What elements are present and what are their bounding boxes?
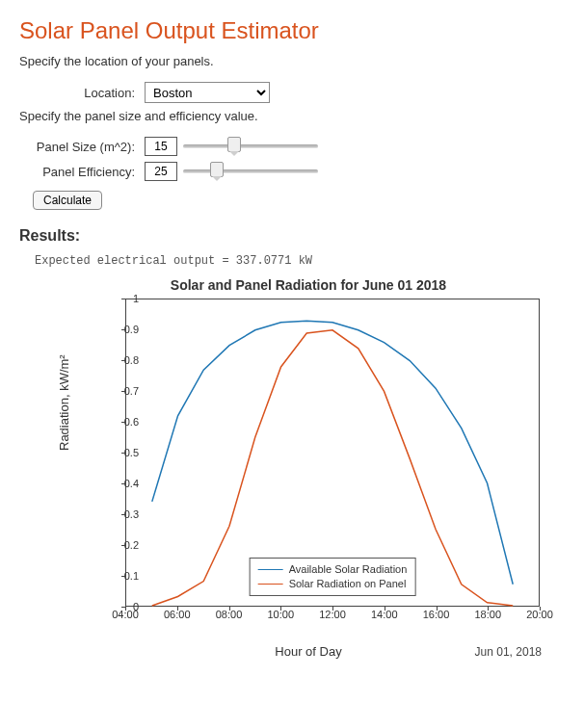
panel-eff-input[interactable]	[145, 162, 177, 181]
calculate-button[interactable]: Calculate	[33, 191, 102, 210]
location-select[interactable]: Boston	[145, 82, 270, 103]
panel-size-label: Panel Size (m^2):	[33, 140, 139, 154]
legend-swatch	[258, 584, 283, 585]
results-heading: Results:	[19, 227, 565, 245]
plot-area: Available Solar RadiationSolar Radiation…	[125, 299, 540, 607]
panel-size-slider[interactable]	[183, 138, 318, 155]
intro-location: Specify the location of your panels.	[19, 54, 565, 68]
output-text: Expected electrical output = 337.0771 kW	[35, 254, 565, 268]
panel-eff-slider[interactable]	[183, 163, 318, 180]
chart: Solar and Panel Radiation for June 01 20…	[58, 277, 559, 663]
legend-item: Solar Radiation on Panel	[258, 577, 408, 591]
chart-title: Solar and Panel Radiation for June 01 20…	[58, 277, 559, 293]
intro-panel: Specify the panel size and efficiency va…	[19, 109, 565, 123]
legend: Available Solar RadiationSolar Radiation…	[250, 558, 416, 596]
panel-size-input[interactable]	[145, 137, 177, 156]
legend-item: Available Solar Radiation	[258, 562, 408, 577]
legend-label: Solar Radiation on Panel	[289, 577, 407, 591]
panel-eff-label: Panel Efficiency:	[33, 165, 139, 179]
y-axis-label: Radiation, kW/m²	[57, 354, 71, 451]
date-label: Jun 01, 2018	[475, 645, 542, 659]
location-label: Location:	[33, 86, 139, 100]
legend-label: Available Solar Radiation	[289, 562, 408, 577]
page-title: Solar Panel Output Estimator	[19, 17, 565, 44]
legend-swatch	[258, 569, 283, 570]
series-line	[152, 321, 513, 584]
